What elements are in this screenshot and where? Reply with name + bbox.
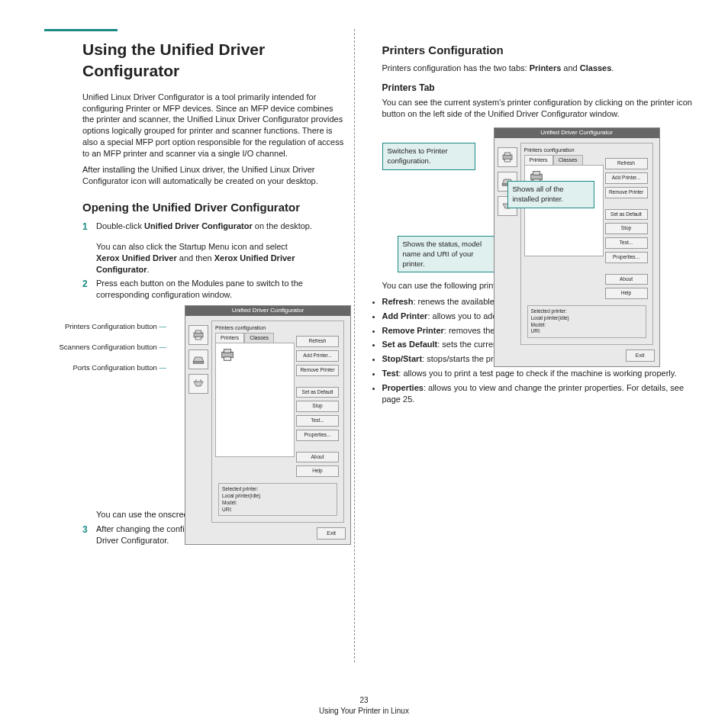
remove-printer-button[interactable]: Remove Printer: [605, 187, 648, 198]
callout-installed-printers: Shows all of the installed printer.: [507, 181, 594, 208]
remove-printer-button[interactable]: Remove Printer: [296, 365, 339, 376]
right-p1: You can see the current system's printer…: [382, 97, 700, 120]
heading-opening: Opening the Unified Driver Configurator: [82, 200, 346, 215]
panel-label: Printers configuration: [524, 147, 649, 153]
svg-rect-2: [195, 337, 201, 340]
callout-scanners-button: Scanners Configuration button —: [29, 343, 166, 353]
set-default-button[interactable]: Set as Default: [296, 387, 339, 398]
heading-printers-config: Printers Configuration: [382, 43, 700, 58]
step-number: 1: [82, 221, 96, 233]
svg-rect-10: [504, 153, 511, 156]
add-printer-button[interactable]: Add Printer...: [296, 350, 339, 362]
printer-icon: [219, 346, 236, 363]
section-rule: [44, 29, 118, 31]
list-item: Properties: allows you to view and chang…: [382, 382, 700, 405]
help-button[interactable]: Help: [296, 465, 339, 477]
right-intro: Printers configuration has the two tabs:…: [382, 63, 700, 74]
callout-switch-printer: Switches to Printer configuration.: [382, 143, 475, 170]
exit-button[interactable]: Exit: [317, 527, 346, 539]
set-default-button[interactable]: Set as Default: [605, 209, 648, 221]
svg-rect-8: [224, 357, 230, 361]
properties-button[interactable]: Properties...: [296, 430, 339, 441]
selected-printer-panel: Selected printer: Local printer(idle) Mo…: [527, 305, 646, 338]
add-printer-button[interactable]: Add Printer...: [605, 172, 648, 184]
column-divider: [354, 29, 355, 662]
test-button[interactable]: Test...: [605, 237, 648, 249]
page-number: 23: [0, 695, 728, 706]
about-button[interactable]: About: [605, 274, 648, 285]
step-2: 2 Press each button on the Modules pane …: [82, 278, 346, 301]
tab-printers[interactable]: Printers: [524, 155, 553, 165]
intro-para-1: Unified Linux Driver Configurator is a t…: [82, 92, 346, 159]
svg-rect-14: [533, 171, 540, 175]
stop-button[interactable]: Stop: [605, 223, 648, 234]
printers-config-button[interactable]: [498, 147, 517, 167]
refresh-button[interactable]: Refresh: [296, 336, 339, 347]
svg-rect-11: [504, 159, 511, 162]
callout-ports-button: Ports Configuration button —: [29, 363, 166, 373]
stop-button[interactable]: Stop: [296, 401, 339, 412]
page-footer: 23 Using Your Printer in Linux: [0, 695, 728, 716]
svg-rect-7: [224, 349, 230, 353]
list-item: Test: allows you to print a test page to…: [382, 368, 700, 379]
test-button[interactable]: Test...: [296, 415, 339, 427]
configurator-window: Unified Driver Configurator: [185, 305, 351, 545]
ports-config-button[interactable]: [188, 374, 208, 394]
footer-title: Using Your Printer in Linux: [0, 706, 728, 717]
heading-printers-tab: Printers Tab: [382, 82, 700, 94]
properties-button[interactable]: Properties...: [605, 252, 648, 263]
window-titlebar: Unified Driver Configurator: [494, 128, 659, 138]
printer-list[interactable]: [524, 165, 604, 256]
figure-2: Switches to Printer configuration. Shows…: [382, 127, 700, 280]
tab-classes[interactable]: Classes: [244, 333, 274, 343]
scanners-config-button[interactable]: [188, 350, 208, 369]
about-button[interactable]: About: [296, 452, 339, 463]
step-number: 2: [82, 278, 96, 301]
exit-button[interactable]: Exit: [626, 350, 655, 361]
printer-list[interactable]: [215, 343, 295, 457]
callout-printers-button: Printers Configuration button —: [29, 322, 166, 332]
figure-1: Printers Configuration button — Scanners…: [29, 305, 346, 501]
help-button[interactable]: Help: [605, 288, 648, 299]
svg-rect-3: [193, 362, 204, 363]
step-1-sub: You can also click the Startup Menu icon…: [96, 241, 346, 275]
heading-main: Using the Unified Driver Configurator: [82, 39, 346, 82]
refresh-button[interactable]: Refresh: [605, 158, 648, 169]
tab-classes[interactable]: Classes: [553, 155, 583, 165]
panel-label: Printers configuration: [215, 324, 340, 331]
svg-rect-1: [195, 330, 201, 333]
printers-config-button[interactable]: [188, 325, 208, 345]
callout-status-info: Shows the status, model name and URI of …: [398, 236, 500, 272]
tab-printers[interactable]: Printers: [215, 333, 244, 343]
window-titlebar: Unified Driver Configurator: [185, 306, 350, 316]
step-1: 1 Double-click Unified Driver Configurat…: [82, 221, 346, 233]
intro-para-2: After installing the Unified Linux drive…: [82, 164, 346, 187]
step-number: 3: [82, 523, 96, 546]
selected-printer-panel: Selected printer: Local printer(idle) Mo…: [218, 483, 337, 516]
configurator-window-2: Unified Driver Configurator: [494, 127, 660, 367]
